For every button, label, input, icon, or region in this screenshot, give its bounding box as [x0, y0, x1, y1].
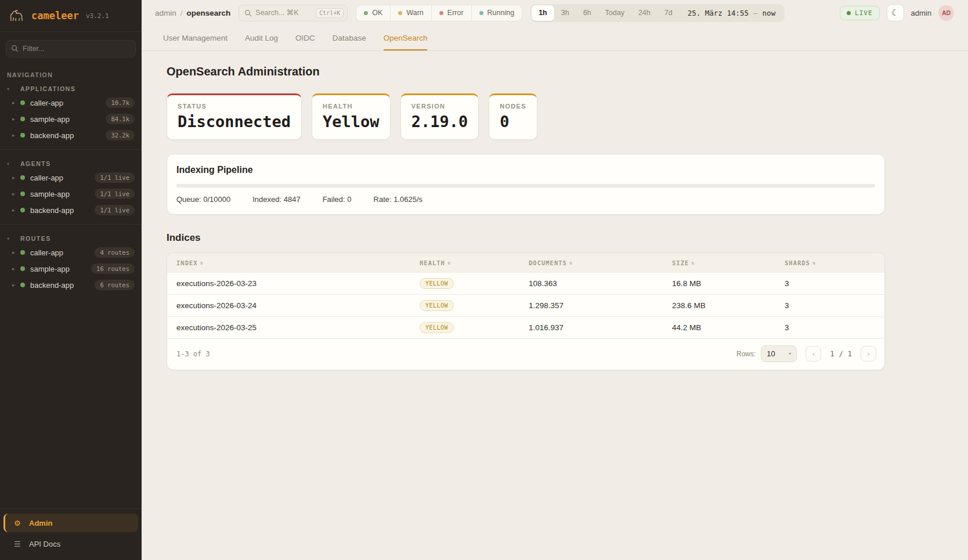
pipeline-title: Indexing Pipeline [176, 165, 875, 175]
count-badge: 10.7k [106, 97, 135, 108]
chevron-right-icon: ▸ [12, 282, 20, 288]
status-filter-group: OK Warn Error Running [356, 5, 522, 21]
moon-icon: ☾ [891, 8, 899, 18]
divider [0, 224, 142, 225]
time-range-today[interactable]: Today [598, 5, 631, 21]
cell-index: executions-2026-03-23 [167, 279, 420, 288]
breadcrumb-parent[interactable]: admin [155, 9, 176, 17]
section-header-agents[interactable]: ▾ AGENTS [0, 156, 142, 169]
admin-label: Admin [29, 519, 52, 528]
time-range-display[interactable]: 25. März 14:55 — now [680, 9, 783, 17]
caret-down-icon: ▾ [789, 351, 791, 356]
sidebar-item-applications-sample-app[interactable]: ▸ sample-app 84.1k [0, 111, 142, 127]
pagination-controls: Rows: 10 ▾ ‹ 1 / 1 › [736, 345, 876, 362]
live-status-badge[interactable]: LIVE [840, 6, 880, 20]
nav-section-label: NAVIGATION [7, 71, 135, 78]
theme-toggle-button[interactable]: ☾ [887, 4, 904, 21]
sidebar-item-applications-caller-app[interactable]: ▸ caller-app 10.7k [0, 95, 142, 111]
search-input[interactable] [255, 9, 312, 17]
stat-cards-row: STATUS Disconnected HEALTH Yellow VERSIO… [167, 93, 885, 140]
status-filter-label: Running [487, 9, 515, 17]
cell-size: 44.2 MB [672, 323, 785, 332]
cell-documents: 108.363 [529, 279, 672, 288]
sidebar-item-agents-sample-app[interactable]: ▸ sample-app 1/1 live [0, 186, 142, 202]
pipeline-stat-failed: Failed: 0 [323, 195, 352, 204]
cell-index: executions-2026-03-24 [167, 301, 420, 310]
chevron-left-icon: ‹ [812, 349, 815, 358]
status-dot-green [20, 100, 25, 105]
column-header-documents[interactable]: DOCUMENTS ⇅ [529, 259, 672, 266]
section-title: AGENTS [20, 160, 51, 167]
rows-per-page-select[interactable]: 10 ▾ [761, 345, 797, 362]
time-range-1h[interactable]: 1h [532, 5, 554, 21]
status-dot-green [20, 117, 25, 121]
sidebar-item-agents-caller-app[interactable]: ▸ caller-app 1/1 live [0, 169, 142, 186]
app-logo-row: cameleer v3.2.1 [0, 0, 142, 32]
avatar[interactable]: AD [938, 5, 954, 21]
sidebar-item-routes-caller-app[interactable]: ▸ caller-app 4 routes [0, 244, 142, 261]
status-filter-ok[interactable]: OK [356, 5, 391, 21]
next-page-button[interactable]: › [861, 346, 876, 362]
page-title: OpenSearch Administration [167, 65, 885, 78]
tab-database[interactable]: Database [333, 34, 366, 50]
status-filter-running[interactable]: Running [472, 5, 522, 21]
stat-value: Disconnected [178, 113, 291, 131]
chevron-right-icon: ▸ [12, 266, 20, 272]
stat-card-health: HEALTH Yellow [312, 93, 391, 140]
pipeline-stat-rate: Rate: 1.0625/s [374, 195, 423, 204]
table-row[interactable]: executions-2026-03-23 YELLOW 108.363 16.… [167, 272, 884, 294]
tab-audit-log[interactable]: Audit Log [245, 34, 278, 50]
cell-shards: 3 [785, 279, 884, 288]
sidebar-item-applications-backend-app[interactable]: ▸ backend-app 32.2k [0, 127, 142, 143]
search-icon [244, 9, 252, 17]
indices-table: INDEX ⇅ HEALTH ⇅ DOCUMENTS ⇅ SIZE ⇅ SHAR… [167, 252, 885, 370]
count-badge: 1/1 live [95, 205, 135, 215]
item-label: sample-app [30, 115, 70, 124]
table-row[interactable]: executions-2026-03-24 YELLOW 1.298.357 2… [167, 294, 884, 316]
prev-page-button[interactable]: ‹ [806, 346, 821, 362]
count-badge: 6 routes [95, 280, 135, 290]
topbar-right: LIVE ☾ admin AD [840, 4, 954, 21]
status-filter-warn[interactable]: Warn [391, 5, 431, 21]
global-search[interactable]: Ctrl+K [239, 5, 348, 21]
column-header-shards[interactable]: SHARDS ⇅ [785, 259, 884, 266]
indexing-pipeline-card: Indexing Pipeline Queue: 0/10000 Indexed… [167, 154, 885, 215]
tab-oidc[interactable]: OIDC [295, 34, 315, 50]
table-row[interactable]: executions-2026-03-25 YELLOW 1.016.937 4… [167, 316, 884, 338]
red-dot-icon [439, 11, 443, 15]
time-range-6h[interactable]: 6h [576, 5, 598, 21]
stat-value: 0 [500, 113, 526, 131]
status-dot-green [20, 192, 25, 196]
tab-user-management[interactable]: User Management [163, 34, 227, 50]
breadcrumb: admin / opensearch [155, 9, 230, 17]
sidebar-item-routes-backend-app[interactable]: ▸ backend-app 6 routes [0, 277, 142, 293]
search-icon [11, 45, 19, 52]
status-filter-label: Warn [406, 9, 423, 17]
sidebar-item-admin[interactable]: ⚙ Admin [3, 514, 138, 532]
time-range-24h[interactable]: 24h [631, 5, 658, 21]
sidebar-item-api-docs[interactable]: ☰ API Docs [3, 534, 138, 553]
sidebar-item-routes-sample-app[interactable]: ▸ sample-app 16 routes [0, 261, 142, 277]
count-badge: 84.1k [106, 114, 135, 124]
user-name: admin [911, 9, 931, 17]
page-indicator: 1 / 1 [826, 349, 855, 358]
column-header-size[interactable]: SIZE ⇅ [672, 259, 785, 266]
section-title: APPLICATIONS [20, 85, 75, 92]
section-header-applications[interactable]: ▾ APPLICATIONS [0, 81, 142, 95]
stat-card-status: STATUS Disconnected [167, 93, 302, 140]
section-header-routes[interactable]: ▾ ROUTES [0, 230, 142, 244]
column-header-health[interactable]: HEALTH ⇅ [420, 259, 529, 266]
chevron-right-icon: ▸ [12, 100, 20, 106]
cell-index: executions-2026-03-25 [167, 323, 420, 332]
filter-input[interactable] [6, 40, 136, 57]
status-filter-error[interactable]: Error [432, 5, 472, 21]
tab-opensearch[interactable]: OpenSearch [384, 34, 428, 50]
time-range-7d[interactable]: 7d [658, 5, 680, 21]
breadcrumb-current: opensearch [187, 9, 231, 17]
column-header-index[interactable]: INDEX ⇅ [167, 259, 420, 266]
rows-per-page-label: Rows: [736, 350, 756, 358]
sidebar-item-agents-backend-app[interactable]: ▸ backend-app 1/1 live [0, 202, 142, 218]
count-badge: 4 routes [95, 247, 135, 258]
time-range-3h[interactable]: 3h [554, 5, 576, 21]
health-badge: YELLOW [420, 300, 454, 311]
